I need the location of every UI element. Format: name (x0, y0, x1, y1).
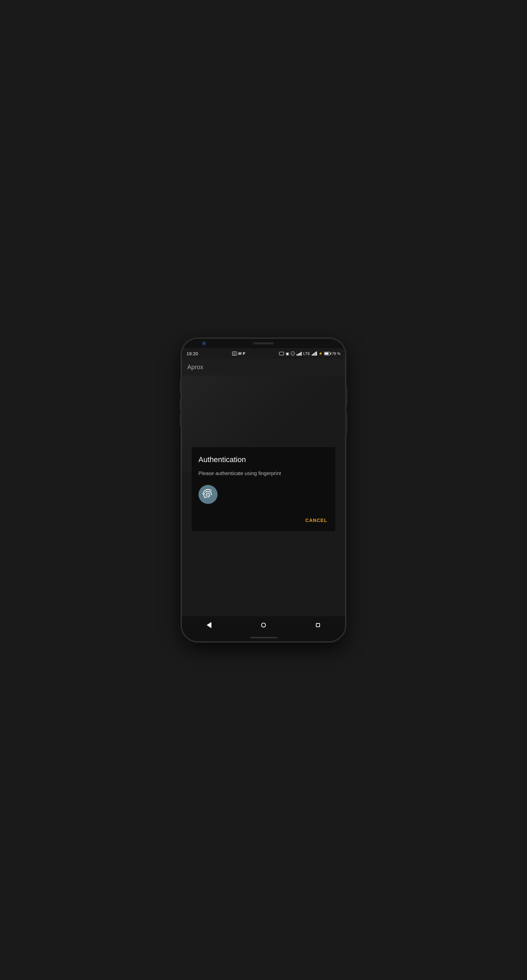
app-title: Aprox (187, 364, 203, 371)
signal-bar-2 (298, 353, 299, 356)
app-bar: Aprox (182, 359, 345, 375)
parking-notification-icon: P (243, 352, 245, 356)
battery-percent: 79 % (332, 352, 341, 356)
signal-bars-2 (312, 352, 317, 356)
photo-notification-icon (232, 352, 237, 356)
dialog-actions: CANCEL (199, 512, 328, 526)
battery-body (324, 352, 330, 355)
status-icons: ▣ LTE ⚡ (279, 352, 341, 356)
phone-top-bar (182, 339, 345, 348)
signal-bar2-3 (315, 352, 315, 356)
lte-label: LTE (303, 352, 310, 356)
back-icon (207, 622, 212, 628)
phone-screen: 19:20 M P ▣ LTE (182, 339, 345, 641)
home-icon (261, 623, 266, 627)
signal-bar2-4 (316, 352, 317, 356)
dialog-message: Please authenticate using fingerprint (199, 469, 328, 477)
signal-bar-4 (301, 352, 302, 356)
vibrate-icon: ▣ (286, 352, 289, 356)
recent-button[interactable] (308, 618, 328, 632)
battery-charging-icon: ⚡ (318, 352, 322, 355)
front-camera (202, 342, 205, 345)
battery-icon (324, 352, 330, 355)
home-button[interactable] (253, 618, 274, 632)
signal-bar-3 (299, 353, 300, 356)
screen: 19:20 M P ▣ LTE (182, 348, 345, 634)
signal-bar2-1 (312, 354, 313, 356)
back-button[interactable] (199, 618, 219, 632)
nav-bar (182, 616, 345, 634)
dnd-icon (291, 352, 295, 356)
main-content: Authentication Please authenticate using… (182, 375, 345, 616)
cancel-button[interactable]: CANCEL (304, 515, 328, 526)
auth-dialog: Authentication Please authenticate using… (192, 447, 335, 531)
keyboard-icon (279, 352, 284, 355)
phone-bottom-bar (182, 634, 345, 641)
maps-notification-icon: M (238, 352, 241, 356)
signal-bars (296, 352, 302, 356)
recent-icon (316, 623, 320, 627)
notification-icons: M P (232, 352, 245, 356)
phone-device: 19:20 M P ▣ LTE (182, 339, 345, 641)
dialog-title: Authentication (199, 455, 328, 464)
status-bar: 19:20 M P ▣ LTE (182, 348, 345, 359)
bottom-bar-indicator (250, 637, 277, 638)
speaker (253, 342, 274, 344)
signal-bar-1 (296, 354, 298, 356)
signal-bar2-2 (313, 353, 314, 356)
fingerprint-icon (202, 489, 213, 500)
battery-fill (325, 353, 328, 355)
status-time: 19:20 (186, 351, 198, 356)
fingerprint-button[interactable] (199, 485, 218, 504)
